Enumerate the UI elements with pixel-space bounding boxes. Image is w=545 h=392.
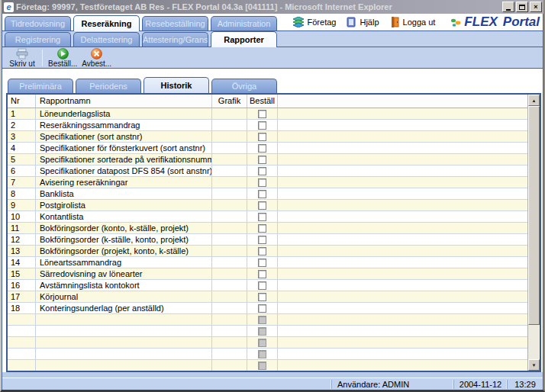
close-button[interactable]: × [530, 2, 542, 12]
ie-icon: e [4, 2, 14, 12]
report-row[interactable]: 9Postgirolista [8, 200, 527, 211]
report-row[interactable]: 4Specifikationer för fönsterkuvert (sort… [8, 143, 527, 154]
status-strip [2, 372, 543, 378]
order-checkbox[interactable] [258, 156, 266, 164]
report-name [36, 349, 212, 359]
order-checkbox[interactable] [258, 270, 266, 278]
order-checkbox[interactable] [258, 167, 266, 175]
order-checkbox[interactable] [258, 304, 266, 313]
report-bestall-cell [247, 349, 278, 359]
tab-rapporter[interactable]: Rapporter [211, 31, 277, 47]
report-bestall-cell [247, 188, 278, 199]
tab-administration[interactable]: Administration [211, 16, 277, 31]
order-checkbox[interactable] [258, 144, 266, 153]
help-link[interactable]: Hjälp [347, 17, 379, 27]
tab-reserakning[interactable]: Reseräkning [73, 15, 140, 31]
report-row[interactable]: 14Löneartssammandrag [8, 257, 527, 268]
column-header-nr: Nr [8, 95, 36, 108]
order-checkbox[interactable] [258, 201, 266, 210]
order-checkbox[interactable] [258, 190, 266, 198]
report-bestall-cell [247, 337, 278, 348]
report-name: Avstämningslista kontokort [36, 280, 212, 291]
order-checkbox[interactable] [258, 247, 266, 255]
scroll-thumb[interactable] [528, 106, 540, 325]
minimize-button[interactable] [502, 2, 514, 12]
report-nr: 15 [8, 268, 36, 279]
report-bestall-cell [247, 291, 278, 302]
order-checkbox[interactable] [258, 121, 266, 130]
report-row[interactable]: 3Specifikationer (sort anstnr) [8, 131, 527, 143]
report-row[interactable]: 18Konteringsunderlag (per anställd) [8, 303, 527, 314]
order-checkbox[interactable] [258, 293, 266, 301]
report-name: Postgirolista [36, 200, 212, 210]
report-filler-cell [278, 337, 527, 348]
report-row[interactable]: 16Avstämningslista kontokort [8, 280, 527, 291]
tab-resebestallning[interactable]: Resebeställning [142, 16, 208, 31]
report-nr: 18 [8, 303, 36, 313]
order-checkbox[interactable] [258, 224, 266, 233]
empty-row [8, 349, 527, 360]
status-spacer [2, 380, 331, 389]
help-link-label: Hjälp [360, 18, 379, 27]
cancel-order-icon [91, 48, 102, 59]
report-row[interactable]: 1Löneunderlagslista [8, 108, 527, 120]
report-name: Specifikationer (sort anstnr) [36, 131, 212, 142]
report-row[interactable]: 8Banklista [8, 188, 527, 200]
report-row[interactable]: 7Avisering reseräkningar [8, 177, 527, 188]
report-name: Löneartssammandrag [36, 257, 212, 268]
tab-attestering-granskning[interactable]: Attestering/Granskning [142, 32, 208, 47]
status-user: Användare: ADMIN [331, 380, 453, 389]
report-filler-cell [278, 314, 527, 325]
order-checkbox-disabled [258, 316, 266, 324]
report-bestall-cell [247, 131, 278, 142]
report-grafik-cell [212, 360, 247, 371]
order-checkbox[interactable] [258, 236, 266, 244]
tab-preliminara[interactable]: Preliminära [8, 79, 73, 93]
tab-registrering[interactable]: Registrering [5, 32, 71, 47]
empty-row [8, 326, 527, 337]
order-checkbox[interactable] [258, 213, 266, 221]
order-checkbox[interactable] [258, 281, 266, 290]
order-checkbox[interactable] [258, 178, 266, 187]
maximize-button[interactable] [516, 2, 528, 12]
report-table-body: 1Löneunderlagslista2Reseräkningssammandr… [8, 108, 527, 371]
print-button[interactable]: Skriv ut [5, 48, 39, 68]
cancel-order-button[interactable]: Avbest... [79, 48, 114, 68]
table-scrollbar[interactable]: ▲ ▼ [527, 95, 540, 371]
scroll-down-button[interactable]: ▼ [528, 359, 540, 371]
tab-ovriga[interactable]: Övriga [211, 79, 277, 93]
logout-link[interactable]: Logga ut [390, 17, 436, 27]
report-row[interactable]: 11Bokföringsorder (konto, k-ställe, proj… [8, 223, 527, 234]
title-bar[interactable]: e Företag: 99997, Testföretaget AB Res -… [2, 0, 543, 14]
report-row[interactable]: 10Kontantlista [8, 211, 527, 223]
report-row[interactable]: 6Specifikationer datapost DFS 854 (sort … [8, 165, 527, 177]
report-grafik-cell [212, 131, 247, 142]
report-row[interactable]: 5Specifikationer sorterade på verifikati… [8, 154, 527, 165]
report-filler-cell [278, 234, 527, 245]
flex-portal-logo: FLEX Portal [450, 14, 540, 30]
tab-historik[interactable]: Historik [144, 77, 209, 93]
order-checkbox[interactable] [258, 110, 266, 118]
report-name [36, 314, 212, 325]
report-row[interactable]: 17Körjournal [8, 291, 527, 303]
report-row[interactable]: 13Bokföringsorder (projekt, konto, k-stä… [8, 246, 527, 257]
report-grafik-cell [212, 349, 247, 359]
report-row[interactable]: 2Reseräkningssammandrag [8, 120, 527, 131]
tab-tidredovisning[interactable]: Tidredovisning [5, 16, 71, 31]
report-grafik-cell [212, 257, 247, 268]
report-grafik-cell [212, 291, 247, 302]
order-checkbox[interactable] [258, 259, 266, 267]
report-row[interactable]: 12Bokföringsorder (k-ställe, konto, proj… [8, 234, 527, 246]
scroll-up-button[interactable]: ▲ [528, 95, 540, 106]
scroll-track[interactable] [528, 325, 540, 359]
tab-delattestering[interactable]: Delattestering [73, 32, 140, 47]
order-checkbox[interactable] [258, 133, 266, 141]
order-checkbox-disabled [258, 339, 266, 347]
order-button[interactable]: Beställ... [46, 48, 79, 68]
empty-row [8, 314, 527, 326]
report-nr: 14 [8, 257, 36, 268]
report-row[interactable]: 15Särredovisning av lönearter [8, 268, 527, 280]
report-name [36, 337, 212, 348]
company-link[interactable]: Företag [292, 17, 337, 27]
tab-periodens[interactable]: Periodens [76, 79, 141, 93]
